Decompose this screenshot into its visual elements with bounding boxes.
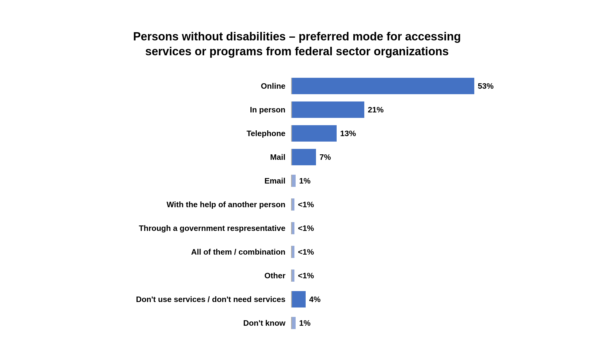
- chart-container: Persons without disabilities – preferred…: [84, 17, 510, 347]
- bar-row: Don't use services / don't need services…: [103, 287, 492, 311]
- axis-line: [291, 78, 292, 94]
- bar-fill: [292, 125, 337, 142]
- bar-fill: [292, 78, 474, 94]
- bar-row: Through a government respresentative<1%: [103, 216, 492, 240]
- bar-fill: [292, 246, 294, 258]
- axis-line: [291, 246, 292, 258]
- bar-track: 7%: [291, 149, 492, 165]
- bar-label: Mail: [103, 153, 291, 162]
- bar-row: Don't know1%: [103, 311, 492, 335]
- bar-row: Telephone13%: [103, 122, 492, 145]
- bar-label: Email: [103, 176, 291, 186]
- bar-row: Other<1%: [103, 264, 492, 287]
- bar-track: 53%: [291, 78, 494, 94]
- axis-line: [291, 175, 292, 187]
- bar-value: 4%: [309, 295, 321, 304]
- bar-label: Don't know: [103, 318, 291, 328]
- bar-fill: [292, 149, 316, 165]
- bar-label: With the help of another person: [103, 200, 291, 209]
- bar-value: 21%: [368, 105, 384, 115]
- bar-value: <1%: [298, 224, 314, 233]
- bar-row: With the help of another person<1%: [103, 193, 492, 216]
- bar-value: 7%: [320, 153, 331, 162]
- bar-label: Other: [103, 271, 291, 280]
- axis-line: [291, 270, 292, 282]
- bar-fill: [292, 175, 296, 187]
- bar-track: 1%: [291, 175, 492, 187]
- bar-fill: [292, 222, 294, 234]
- bar-track: 4%: [291, 291, 492, 307]
- bar-track: 21%: [291, 101, 492, 118]
- bar-row: Online53%: [103, 74, 492, 98]
- bar-value: 53%: [478, 81, 494, 91]
- chart-area: Online53%In person21%Telephone13%Mail7%E…: [103, 74, 492, 335]
- bar-row: All of them / combination<1%: [103, 240, 492, 264]
- bar-row: In person21%: [103, 98, 492, 122]
- axis-line: [291, 101, 292, 118]
- bar-track: 13%: [291, 125, 492, 142]
- axis-line: [291, 198, 292, 211]
- bar-label: Telephone: [103, 129, 291, 138]
- bar-fill: [292, 198, 294, 211]
- bar-label: Through a government respresentative: [103, 224, 291, 233]
- bar-track: <1%: [291, 222, 492, 234]
- axis-line: [291, 222, 292, 234]
- axis-line: [291, 149, 292, 165]
- bar-row: Mail7%: [103, 145, 492, 169]
- bar-track: <1%: [291, 270, 492, 282]
- bar-value: <1%: [298, 271, 314, 280]
- bar-row: Email1%: [103, 169, 492, 193]
- bar-label: All of them / combination: [103, 247, 291, 257]
- bar-track: <1%: [291, 246, 492, 258]
- bar-value: <1%: [298, 247, 314, 257]
- bar-value: 1%: [299, 318, 311, 328]
- bar-fill: [292, 101, 364, 118]
- axis-line: [291, 317, 292, 329]
- bar-value: <1%: [298, 200, 314, 209]
- bar-label: Online: [103, 81, 291, 91]
- bar-fill: [292, 291, 306, 307]
- bar-value: 13%: [340, 129, 356, 138]
- bar-fill: [292, 270, 294, 282]
- bar-label: Don't use services / don't need services: [103, 295, 291, 304]
- axis-line: [291, 291, 292, 307]
- bar-label: In person: [103, 105, 291, 115]
- chart-title: Persons without disabilities – preferred…: [103, 29, 492, 59]
- axis-line: [291, 125, 292, 142]
- bar-value: 1%: [299, 176, 311, 186]
- bar-track: <1%: [291, 198, 492, 211]
- bar-fill: [292, 317, 296, 329]
- bar-track: 1%: [291, 317, 492, 329]
